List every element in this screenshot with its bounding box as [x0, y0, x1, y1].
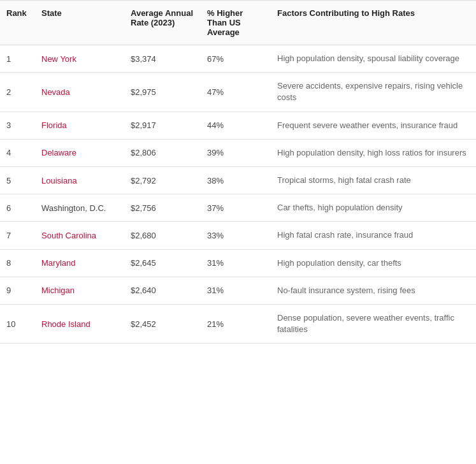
cell-pct: 47% [201, 73, 271, 112]
cell-factors: High population density, high loss ratio… [271, 139, 476, 166]
cell-rank: 5 [0, 166, 35, 194]
cell-pct: 37% [201, 194, 271, 222]
cell-factors: Dense population, severe weather events,… [271, 304, 476, 343]
table-row: 1New York$3,37467%High population densit… [0, 45, 476, 73]
cell-rank: 6 [0, 194, 35, 222]
cell-rank: 1 [0, 45, 35, 73]
state-link[interactable]: Delaware [41, 148, 76, 157]
cell-pct: 44% [201, 112, 271, 139]
cell-rate: $2,917 [124, 112, 201, 139]
table-row: 2Nevada$2,97547%Severe accidents, expens… [0, 73, 476, 112]
state-link[interactable]: Nevada [41, 87, 70, 97]
cell-state[interactable]: Washington, D.C. [35, 194, 124, 222]
table-row: 3Florida$2,91744%Frequent severe weather… [0, 112, 476, 139]
cell-factors: Car thefts, high population density [271, 194, 476, 222]
cell-rank: 4 [0, 139, 35, 166]
cell-pct: 39% [201, 139, 271, 166]
cell-state[interactable]: South Carolina [35, 222, 124, 249]
header-state: State [35, 1, 124, 45]
cell-state[interactable]: Delaware [35, 139, 124, 166]
cell-rate: $2,792 [124, 166, 201, 194]
cell-rate: $2,640 [124, 277, 201, 304]
cell-factors: High population density, spousal liabili… [271, 45, 476, 73]
cell-pct: 31% [201, 249, 271, 277]
cell-factors: Frequent severe weather events, insuranc… [271, 112, 476, 139]
cell-factors: Severe accidents, expensive repairs, ris… [271, 73, 476, 112]
cell-rank: 3 [0, 112, 35, 139]
header-pct: % Higher Than US Average [201, 1, 271, 45]
cell-state[interactable]: Florida [35, 112, 124, 139]
state-link[interactable]: Michigan [41, 286, 75, 295]
cell-state[interactable]: Michigan [35, 277, 124, 304]
insurance-rates-table: Rank State Average Annual Rate (2023) % … [0, 0, 476, 344]
table-row: 5Louisiana$2,79238%Tropical storms, high… [0, 166, 476, 194]
state-link[interactable]: Maryland [41, 258, 75, 268]
cell-rate: $2,645 [124, 249, 201, 277]
cell-pct: 38% [201, 166, 271, 194]
table-row: 9Michigan$2,64031%No-fault insurance sys… [0, 277, 476, 304]
cell-factors: High fatal crash rate, insurance fraud [271, 222, 476, 249]
cell-rate: $2,452 [124, 304, 201, 343]
cell-rank: 9 [0, 277, 35, 304]
cell-rate: $2,975 [124, 73, 201, 112]
cell-pct: 31% [201, 277, 271, 304]
table-row: 8Maryland$2,64531%High population densit… [0, 249, 476, 277]
cell-rank: 8 [0, 249, 35, 277]
cell-rate: $2,756 [124, 194, 201, 222]
table-row: 7South Carolina$2,68033%High fatal crash… [0, 222, 476, 249]
cell-rank: 10 [0, 304, 35, 343]
cell-pct: 33% [201, 222, 271, 249]
cell-factors: No-fault insurance system, rising fees [271, 277, 476, 304]
table-row: 4Delaware$2,80639%High population densit… [0, 139, 476, 166]
header-rank: Rank [0, 1, 35, 45]
cell-rate: $3,374 [124, 45, 201, 73]
cell-pct: 67% [201, 45, 271, 73]
table-row: 10Rhode Island$2,45221%Dense population,… [0, 304, 476, 343]
cell-state[interactable]: Maryland [35, 249, 124, 277]
state-link[interactable]: Florida [41, 120, 67, 130]
header-factors: Factors Contributing to High Rates [271, 1, 476, 45]
cell-rank: 2 [0, 73, 35, 112]
cell-state[interactable]: New York [35, 45, 124, 73]
cell-rank: 7 [0, 222, 35, 249]
cell-pct: 21% [201, 304, 271, 343]
cell-factors: Tropical storms, high fatal crash rate [271, 166, 476, 194]
cell-rate: $2,680 [124, 222, 201, 249]
state-link[interactable]: New York [41, 54, 76, 64]
cell-state[interactable]: Rhode Island [35, 304, 124, 343]
cell-state[interactable]: Nevada [35, 73, 124, 112]
state-link[interactable]: Louisiana [41, 176, 77, 185]
state-link[interactable]: South Carolina [41, 231, 96, 240]
cell-rate: $2,806 [124, 139, 201, 166]
table-row: 6Washington, D.C.$2,75637%Car thefts, hi… [0, 194, 476, 222]
header-rate: Average Annual Rate (2023) [124, 1, 201, 45]
cell-state[interactable]: Louisiana [35, 166, 124, 194]
cell-factors: High population density, car thefts [271, 249, 476, 277]
state-link[interactable]: Rhode Island [41, 319, 90, 329]
